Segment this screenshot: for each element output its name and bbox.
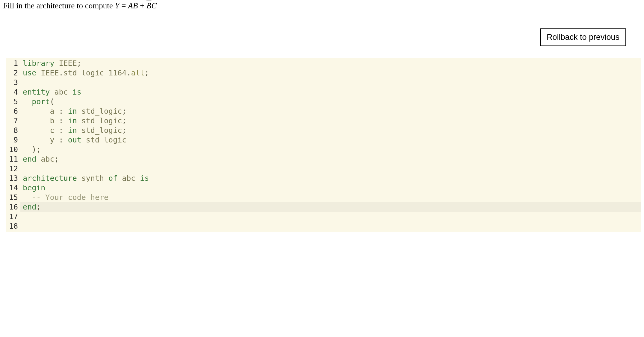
code-token: port <box>32 97 50 106</box>
line-number: 17 <box>9 212 18 221</box>
prompt-plus: + <box>138 1 146 10</box>
line-number: 3 <box>9 78 18 87</box>
code-token: in <box>68 126 77 135</box>
line-number: 4 <box>9 87 18 97</box>
code-token: abc <box>50 88 72 96</box>
code-token: abc <box>36 155 54 163</box>
code-line[interactable] <box>23 221 641 231</box>
code-token: of <box>108 174 117 183</box>
code-line[interactable]: use IEEE.std_logic_1164.all; <box>23 68 641 78</box>
code-area[interactable]: library IEEE;use IEEE.std_logic_1164.all… <box>20 58 641 232</box>
code-token: ; <box>122 116 126 125</box>
code-token <box>64 116 68 125</box>
code-token: ; <box>122 126 126 135</box>
line-number: 5 <box>9 97 18 107</box>
line-number: 18 <box>9 221 18 231</box>
code-token: . <box>59 69 64 77</box>
prompt-Bbar: B <box>146 1 152 10</box>
line-number: 6 <box>9 107 18 116</box>
code-line[interactable]: end abc; <box>23 154 641 164</box>
code-token: ; <box>122 107 126 116</box>
code-token <box>64 107 68 116</box>
code-token: ; <box>36 145 41 154</box>
code-token <box>23 193 32 202</box>
code-line[interactable]: entity abc is <box>23 87 641 97</box>
code-line[interactable]: begin <box>23 183 641 193</box>
code-line[interactable]: library IEEE; <box>23 59 641 68</box>
code-token: begin <box>23 183 45 192</box>
rollback-button[interactable]: Rollback to previous <box>540 28 626 46</box>
code-token: ; <box>77 59 81 68</box>
code-token: all <box>131 69 144 77</box>
code-token: ) <box>32 145 36 154</box>
code-token: y <box>23 136 59 144</box>
prompt-Y: Y <box>115 1 119 10</box>
code-token: end <box>23 203 36 211</box>
code-line[interactable]: port( <box>23 97 641 107</box>
code-token: -- Your code here <box>32 193 108 202</box>
code-token: end <box>23 155 36 163</box>
code-token: : <box>59 107 64 116</box>
code-token: std_logic_1164 <box>64 69 127 77</box>
code-line[interactable]: ); <box>23 145 641 154</box>
code-token <box>23 145 32 154</box>
code-token: IEEE <box>54 59 77 68</box>
prompt-A: A <box>128 1 133 10</box>
code-token <box>64 126 68 135</box>
code-line[interactable] <box>23 164 641 174</box>
line-number: 2 <box>9 68 18 78</box>
code-token: std_logic <box>77 107 122 116</box>
code-token: . <box>126 69 131 77</box>
line-number: 15 <box>9 193 18 202</box>
code-token: ; <box>145 69 149 77</box>
line-number: 14 <box>9 183 18 193</box>
text-cursor <box>41 204 41 211</box>
line-number: 9 <box>9 135 18 145</box>
prompt-prefix: Fill in the architecture to compute <box>3 1 115 10</box>
line-number: 13 <box>9 174 18 183</box>
code-token: abc <box>117 174 140 183</box>
code-token: is <box>140 174 149 183</box>
code-line[interactable]: a : in std_logic; <box>23 107 641 116</box>
code-line[interactable]: b : in std_logic; <box>23 116 641 126</box>
prompt-eq: = <box>119 1 128 10</box>
toolbar: Rollback to previous <box>0 10 644 58</box>
code-token: out <box>68 136 81 144</box>
code-line[interactable]: architecture synth of abc is <box>23 174 641 183</box>
code-editor[interactable]: 123456789101112131415161718 library IEEE… <box>6 58 641 232</box>
code-line[interactable]: y : out std_logic <box>23 135 641 145</box>
code-token: : <box>59 136 64 144</box>
code-token: IEEE <box>36 69 59 77</box>
line-number: 11 <box>9 154 18 164</box>
prompt-B1: B <box>133 1 138 10</box>
line-number: 16 <box>9 202 18 212</box>
code-token: b <box>23 116 59 125</box>
code-token: a <box>23 107 59 116</box>
code-token: library <box>23 59 54 68</box>
code-line[interactable] <box>23 212 641 221</box>
code-token: use <box>23 69 36 77</box>
question-prompt: Fill in the architecture to compute Y = … <box>0 0 644 10</box>
code-token: : <box>59 126 64 135</box>
code-line[interactable]: c : in std_logic; <box>23 126 641 135</box>
code-token: ; <box>36 203 41 211</box>
code-token: ; <box>54 155 59 163</box>
code-token: is <box>72 88 81 96</box>
code-line[interactable]: end; <box>20 202 641 212</box>
code-line[interactable] <box>23 78 641 87</box>
code-line[interactable]: -- Your code here <box>23 193 641 202</box>
code-token: std_logic <box>81 136 127 144</box>
code-token: architecture <box>23 174 77 183</box>
code-token: c <box>23 126 59 135</box>
line-number: 10 <box>9 145 18 154</box>
line-number: 7 <box>9 116 18 126</box>
line-number: 12 <box>9 164 18 174</box>
code-token: in <box>68 107 77 116</box>
line-number: 1 <box>9 59 18 68</box>
line-number-gutter: 123456789101112131415161718 <box>6 58 20 232</box>
code-token: std_logic <box>77 116 122 125</box>
code-token: entity <box>23 88 50 96</box>
code-token: synth <box>77 174 108 183</box>
code-token: in <box>68 116 77 125</box>
code-token <box>23 97 32 106</box>
